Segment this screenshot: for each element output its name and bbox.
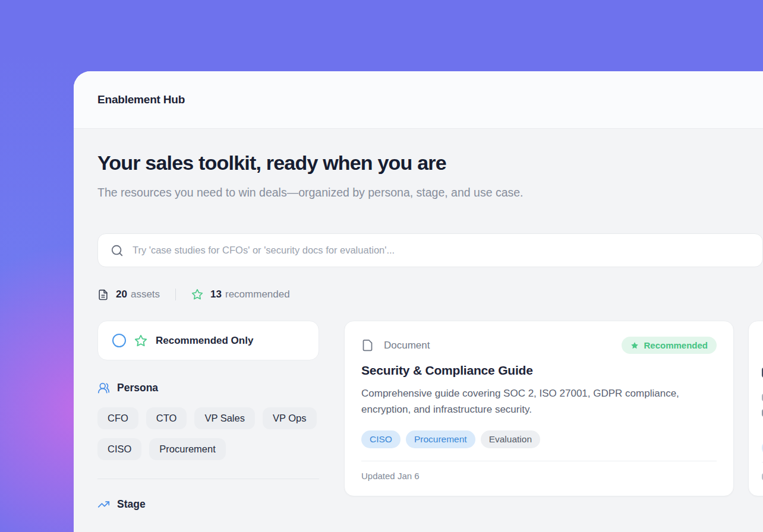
- stats-row: 20 assets 13 recommended: [97, 289, 739, 300]
- trending-up-icon: [97, 498, 110, 511]
- star-icon: [134, 334, 147, 347]
- asset-card-partial[interactable]: [748, 321, 763, 496]
- card-title: Security & Compliance Guide: [361, 363, 717, 378]
- stats-divider: [175, 289, 176, 300]
- tag-ciso[interactable]: CISO: [361, 430, 401, 448]
- tag-procurement[interactable]: Procurement: [406, 430, 475, 448]
- persona-chip-procurement[interactable]: Procurement: [149, 438, 225, 460]
- persona-chip-cto[interactable]: CTO: [146, 407, 187, 429]
- page-title: Your sales toolkit, ready when you are: [97, 150, 739, 175]
- assets-count: 20: [116, 289, 127, 300]
- persona-chip-cfo[interactable]: CFO: [97, 407, 138, 429]
- recommended-only-label: Recommended Only: [156, 335, 253, 347]
- persona-section-label: Persona: [117, 382, 158, 394]
- persona-section-header: Persona: [97, 382, 319, 394]
- persona-chip-ciso[interactable]: CISO: [97, 438, 141, 460]
- star-filled-icon: [630, 341, 639, 350]
- file-text-icon: [97, 289, 109, 300]
- panel-header: Enablement Hub: [74, 71, 763, 129]
- persona-chip-vp-sales[interactable]: VP Sales: [194, 407, 255, 429]
- users-icon: [97, 382, 110, 394]
- card-description: Comprehensive guide covering SOC 2, ISO …: [361, 385, 706, 417]
- recommended-only-toggle[interactable]: Recommended Only: [97, 321, 319, 360]
- card-updated-date: Updated Jan 6: [361, 461, 717, 490]
- recommended-count: 13: [210, 289, 222, 300]
- recommended-label: recommended: [225, 289, 290, 300]
- radio-circle-icon[interactable]: [112, 334, 126, 347]
- stage-section-label: Stage: [117, 498, 146, 511]
- page-subtitle: The resources you need to win deals—orga…: [97, 182, 585, 202]
- search-input[interactable]: [133, 245, 750, 256]
- card-tags: CISO Procurement Evaluation: [361, 430, 717, 448]
- sidebar-divider: [97, 479, 319, 479]
- card-type: Document: [361, 339, 430, 352]
- asset-cards-row: Document Recommended Security & Complian…: [344, 321, 763, 496]
- recommended-badge-label: Recommended: [644, 340, 708, 350]
- persona-chip-vp-ops[interactable]: VP Ops: [263, 407, 317, 429]
- stage-section-header: Stage: [97, 498, 319, 511]
- file-icon: [361, 339, 374, 352]
- content-area: Recommended Only Persona CFO CTO VP Sale…: [97, 321, 739, 511]
- card-header: Document Recommended: [361, 337, 717, 354]
- search-bar[interactable]: [97, 233, 763, 267]
- app-title: Enablement Hub: [97, 93, 185, 106]
- assets-label: assets: [131, 289, 160, 300]
- filter-sidebar: Recommended Only Persona CFO CTO VP Sale…: [97, 321, 319, 511]
- search-icon: [111, 244, 124, 257]
- star-icon: [191, 289, 203, 300]
- tag-evaluation[interactable]: Evaluation: [481, 430, 540, 448]
- main-panel: Enablement Hub Your sales toolkit, ready…: [74, 71, 763, 532]
- panel-main: Your sales toolkit, ready when you are T…: [74, 150, 763, 511]
- card-type-label: Document: [384, 340, 430, 352]
- asset-card[interactable]: Document Recommended Security & Complian…: [344, 321, 734, 496]
- recommended-badge: Recommended: [622, 337, 717, 354]
- persona-chips: CFO CTO VP Sales VP Ops CISO Procurement: [97, 407, 319, 460]
